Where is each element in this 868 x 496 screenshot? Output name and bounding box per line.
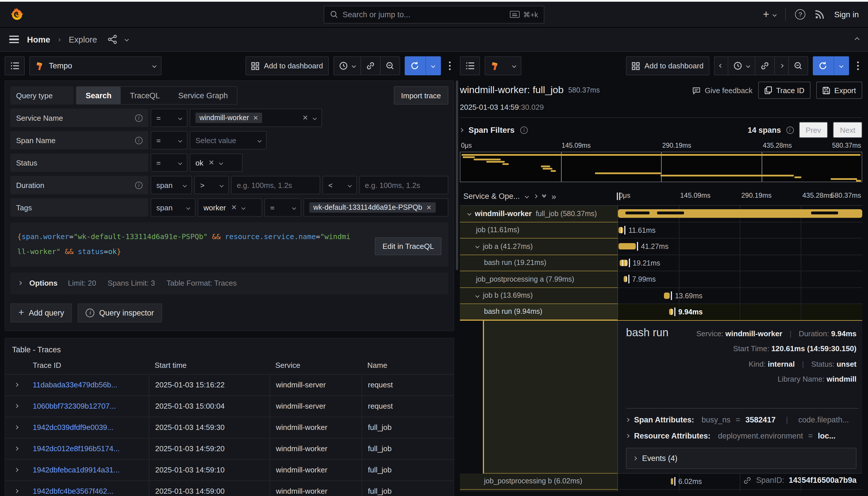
expand-filters-icon[interactable] (459, 128, 463, 132)
table-row[interactable]: 1942dc039dfdf9e0039...2025-01-03 14:59:3… (5, 416, 453, 438)
col-start-time[interactable]: Start time (149, 361, 269, 369)
trace-id-link[interactable]: 1060bbf732309b12707... (27, 396, 149, 416)
span-name-cell[interactable]: job (11.61ms) (460, 222, 618, 238)
link-split-button[interactable] (360, 56, 380, 75)
service-operation-column-header[interactable]: Service & Ope... » (460, 187, 618, 205)
chevron-down-icon[interactable] (525, 194, 529, 198)
trace-id-link[interactable]: 1942dbfc4be3567f462... (27, 481, 149, 496)
service-name-operator[interactable]: = (151, 109, 187, 127)
col-name[interactable]: Name (361, 361, 453, 369)
shift-time-forward-button[interactable] (774, 56, 788, 75)
tags-scope-select[interactable]: span (151, 198, 196, 217)
span-duration-bar[interactable] (619, 260, 627, 266)
tags-value-chip[interactable]: wk-default-133114d6a91e-PSPQb✕ (309, 202, 435, 213)
span-duration-bar[interactable] (624, 276, 627, 282)
span-row[interactable]: job a (41.27ms)41.27ms (460, 238, 862, 255)
status-operator[interactable]: = (151, 153, 187, 172)
resource-attributes-row[interactable]: Resource Attributes: deployment.environm… (626, 432, 859, 440)
table-row[interactable]: 1942dc012e8f196b5174...2025-01-03 14:59:… (5, 438, 453, 459)
share-icon[interactable] (108, 34, 117, 44)
run-query-split-button[interactable] (813, 56, 849, 75)
span-duration-bar[interactable] (619, 227, 623, 233)
edit-in-traceql-button[interactable]: Edit in TraceQL (375, 237, 441, 255)
span-bar-area[interactable] (618, 206, 862, 222)
service-name-value[interactable]: windmill-worker✕ ✕ (190, 109, 322, 127)
refresh-icon[interactable] (813, 56, 834, 75)
outline-toggle-button[interactable] (460, 56, 480, 75)
run-query-split-button[interactable] (405, 56, 441, 75)
table-row[interactable]: 11dabada33e479db56b...2025-01-03 15:16:2… (5, 374, 453, 395)
span-row[interactable]: bash run (19.21ms)19.21ms (460, 255, 862, 271)
tree-chevron-icon[interactable] (475, 293, 479, 297)
table-row[interactable]: 1942dbfebca1d9914a31...2025-01-03 14:59:… (5, 459, 453, 480)
import-trace-button[interactable]: Import trace (393, 86, 448, 105)
span-name-cell[interactable]: job_postprocessing b (6.02ms) (460, 473, 618, 490)
zoom-out-button[interactable] (788, 56, 808, 75)
span-row[interactable]: job b (13.69ms)13.69ms (460, 288, 862, 304)
span-bar-area[interactable]: 9.94ms (618, 304, 862, 321)
shift-time-back-button[interactable] (714, 56, 728, 75)
refresh-icon[interactable] (405, 56, 426, 75)
span-name-cell[interactable]: job_postprocessing a (7.99ms) (460, 271, 618, 288)
time-picker-button[interactable] (728, 56, 755, 75)
clear-icon[interactable]: ✕ (231, 203, 237, 212)
span-name-cell[interactable]: windmill-workerfull_job (580.37ms) (460, 206, 618, 222)
span-duration-bar[interactable] (619, 243, 636, 249)
tags-value[interactable]: wk-default-133114d6a91e-PSPQb✕ (304, 198, 448, 217)
clear-icon[interactable]: ✕ (303, 114, 308, 122)
span-name-cell[interactable]: job a (41.27ms) (460, 238, 618, 255)
span-bar-area[interactable]: 6.02ms (618, 473, 862, 490)
give-feedback-link[interactable]: Give feedback (692, 86, 753, 95)
remove-chip-icon[interactable]: ✕ (253, 114, 258, 122)
span-row[interactable]: job_postprocessing b (6.02ms)6.02ms (460, 473, 862, 490)
span-bar-area[interactable]: 19.21ms (618, 255, 862, 271)
tags-operator[interactable]: = (264, 198, 301, 217)
span-name-cell[interactable]: job b (13.69ms) (460, 288, 618, 304)
prev-button[interactable]: Prev (799, 122, 828, 138)
datasource-picker[interactable] (484, 56, 521, 75)
service-name-chip[interactable]: windmill-worker✕ (196, 113, 262, 123)
span-row[interactable]: windmill-workerfull_job (580.37ms) (460, 206, 862, 222)
tab-traceql[interactable]: TraceQL (121, 87, 169, 104)
span-bar-area[interactable]: 286.87ms (618, 490, 862, 492)
col-trace-id[interactable]: Trace ID (27, 361, 149, 369)
add-query-button[interactable]: + Add query (10, 303, 72, 322)
span-bar-area[interactable]: 13.69ms (618, 288, 862, 304)
row-expander-icon[interactable] (5, 438, 27, 459)
span-name-cell[interactable]: bash run (19.21ms) (460, 255, 618, 271)
span-bar-area[interactable]: 7.99ms (618, 271, 862, 288)
trace-id-link[interactable]: 1942dc012e8f196b5174... (27, 438, 149, 459)
span-duration-bar[interactable] (664, 292, 670, 298)
breadcrumb-home[interactable]: Home (27, 35, 50, 44)
chevron-right-icon[interactable] (534, 194, 538, 198)
remove-chip-icon[interactable]: ✕ (426, 204, 431, 211)
datasource-picker[interactable]: Tempo (29, 56, 161, 75)
sign-in-link[interactable]: Sign in (834, 10, 859, 19)
clear-icon[interactable]: ✕ (208, 159, 214, 167)
span-name-cell[interactable]: bash run (9.94ms) (460, 304, 618, 321)
next-button[interactable]: Next (833, 122, 862, 138)
trace-minimap[interactable] (460, 152, 862, 182)
run-interval-chevron[interactable] (426, 56, 441, 75)
span-name-value[interactable]: Select value (190, 131, 267, 150)
span-duration-bar[interactable] (671, 478, 673, 484)
span-duration-bar[interactable] (669, 309, 673, 315)
span-bar-area[interactable]: 41.27ms (618, 238, 862, 255)
table-row[interactable]: 1942dbfc4be3567f462...2025-01-03 14:59:0… (5, 480, 453, 496)
news-rss-icon[interactable] (815, 9, 825, 19)
trace-id-link[interactable]: 11dabada33e479db56b... (27, 374, 149, 395)
collapse-header-icon[interactable] (855, 37, 860, 42)
events-row[interactable]: Events (4) (626, 448, 856, 469)
span-row[interactable]: job_postprocessing a (7.99ms)7.99ms (460, 271, 862, 288)
add-to-dashboard-button[interactable]: Add to dashboard (246, 56, 328, 75)
outline-toggle-button[interactable] (4, 56, 25, 75)
grafana-logo-icon[interactable] (9, 6, 25, 22)
duration-op2-select[interactable]: < (323, 176, 357, 194)
span-name-cell[interactable]: job c (286.87ms) (460, 490, 618, 492)
duration-min-input[interactable]: e.g. 100ms, 1.2s (231, 176, 320, 194)
span-row[interactable]: job (11.61ms)11.61ms (460, 222, 862, 238)
tags-key-select[interactable]: worker ✕ (198, 198, 262, 217)
span-bar-area[interactable]: 11.61ms (618, 222, 862, 238)
options-row[interactable]: Options Limit: 20 Spans Limit: 3 Table F… (10, 272, 448, 294)
duration-max-input[interactable]: e.g. 100ms, 1.2s (359, 176, 448, 194)
